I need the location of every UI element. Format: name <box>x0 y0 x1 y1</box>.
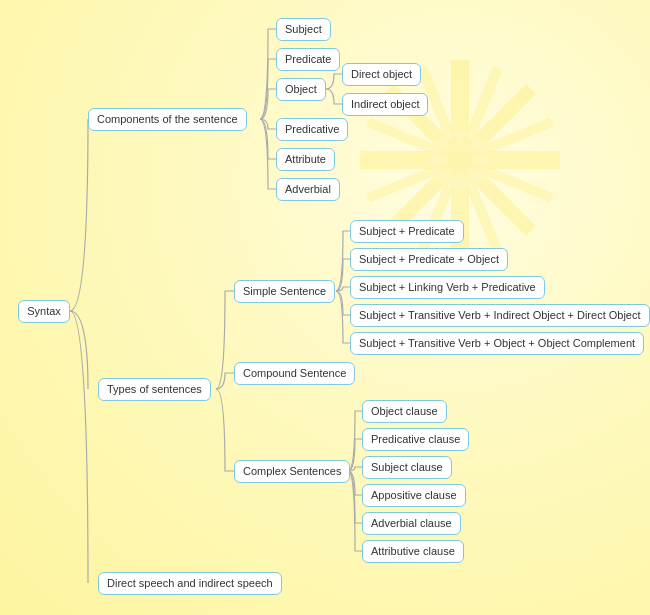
simple-sentence-node: Simple Sentence <box>234 280 335 303</box>
adverbial-node: Adverbial <box>276 178 340 201</box>
stvido-node: Subject + Transitive Verb + Indirect Obj… <box>350 304 650 327</box>
direct-object-node: Direct object <box>342 63 421 86</box>
svg-line-6 <box>368 122 552 198</box>
complex-sentences-node: Complex Sentences <box>234 460 350 483</box>
subject-clause-node: Subject clause <box>362 456 452 479</box>
predicate-node: Predicate <box>276 48 340 71</box>
syntax-node: Syntax <box>18 300 70 323</box>
components-node: Components of the sentence <box>88 108 247 131</box>
svg-point-8 <box>430 130 490 190</box>
attributive-clause-node: Attributive clause <box>362 540 464 563</box>
indirect-object-node: Indirect object <box>342 93 428 116</box>
object-clause-node: Object clause <box>362 400 447 423</box>
predicative-node: Predicative <box>276 118 348 141</box>
subject-node: Subject <box>276 18 331 41</box>
types-node: Types of sentences <box>98 378 211 401</box>
spo-node: Subject + Predicate + Object <box>350 248 508 271</box>
adverbial-clause-node: Adverbial clause <box>362 512 461 535</box>
direct-indirect-speech-node: Direct speech and indirect speech <box>98 572 282 595</box>
canvas: Syntax Components of the sentence Subjec… <box>0 0 650 615</box>
object-node: Object <box>276 78 326 101</box>
compound-sentence-node: Compound Sentence <box>234 362 355 385</box>
sp-node: Subject + Predicate <box>350 220 464 243</box>
stvoc-node: Subject + Transitive Verb + Object + Obj… <box>350 332 644 355</box>
svg-line-7 <box>368 122 552 198</box>
appositive-clause-node: Appositive clause <box>362 484 466 507</box>
attribute-node: Attribute <box>276 148 335 171</box>
predicative-clause-node: Predicative clause <box>362 428 469 451</box>
slvp-node: Subject + Linking Verb + Predicative <box>350 276 545 299</box>
